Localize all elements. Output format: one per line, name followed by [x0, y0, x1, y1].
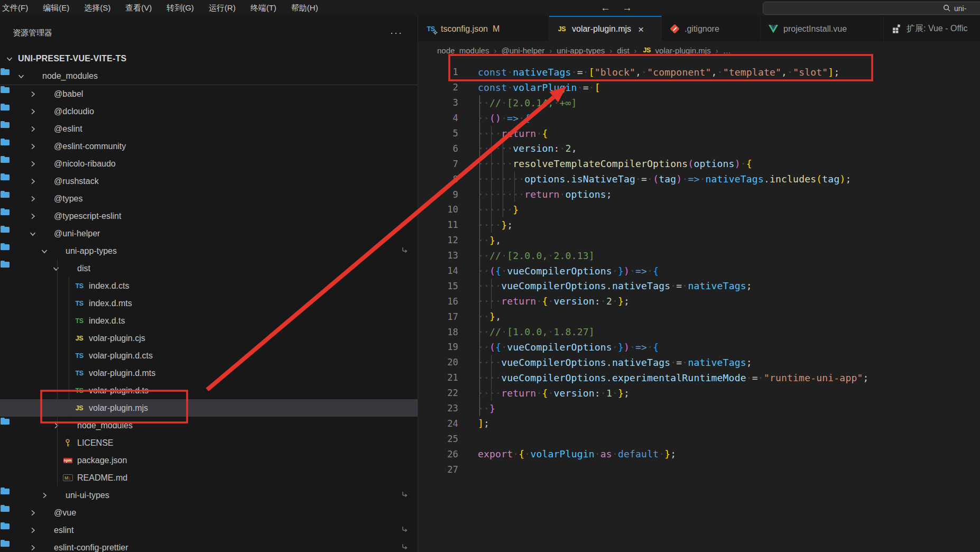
code-line-13[interactable]: 13··//·[2.0.0,·2.0.13] — [418, 248, 980, 263]
code-text: export·{·volarPlugin·as·default·}; — [478, 448, 676, 459]
tree-item-@dcloudio[interactable]: @dcloudio — [0, 103, 418, 120]
tab-tsconfig.json[interactable]: TStsconfig.jsonM — [418, 16, 549, 41]
menu-item-7[interactable]: 终端(T) — [243, 0, 284, 16]
tab-projectinstall.vue[interactable]: projectInstall.vue — [761, 16, 884, 41]
code-text: ····vueCompilerOptions.experimentalRunti… — [478, 372, 869, 383]
back-arrow-button[interactable]: ← — [600, 2, 611, 14]
line-number: 6 — [418, 143, 458, 154]
code-line-21[interactable]: 21····vueCompilerOptions.experimentalRun… — [418, 370, 980, 385]
code-line-26[interactable]: 26export·{·volarPlugin·as·default·}; — [418, 446, 980, 462]
tree-item-label: volar-plugin.mjs — [89, 403, 148, 413]
tree-item-index.d.ts[interactable]: TSindex.d.ts — [0, 312, 418, 329]
tree-item-volar-plugin.d.ts[interactable]: TSvolar-plugin.d.ts — [0, 382, 418, 399]
git-file-icon — [669, 24, 680, 34]
code-line-5[interactable]: 5····return·{ — [418, 126, 980, 141]
code-line-18[interactable]: 18··//·[1.0.0,·1.8.27] — [418, 324, 980, 339]
typescript-file-icon: TS — [74, 299, 85, 308]
tree-item-node-modules[interactable]: node_modules — [0, 67, 418, 85]
line-number: 25 — [418, 434, 458, 444]
line-number: 13 — [418, 250, 458, 261]
tree-item-license[interactable]: LICENSE — [0, 434, 418, 452]
line-number: 26 — [418, 449, 458, 459]
breadcrumb-item[interactable]: node_modules — [437, 46, 489, 55]
breadcrumb-item[interactable]: … — [723, 46, 731, 55]
tree-item-eslint[interactable]: eslint — [0, 521, 418, 539]
chevron-right-icon — [29, 107, 37, 116]
chevron-right-icon — [29, 509, 37, 517]
code-line-22[interactable]: 22····return·{·version:·1·}; — [418, 385, 980, 401]
tree-item-@types[interactable]: @types — [0, 190, 418, 207]
symlink-arrow-icon — [401, 246, 408, 256]
tree-item-uni-ui-types[interactable]: uni-ui-types — [0, 486, 418, 504]
breadcrumb-item[interactable]: @uni-helper — [501, 46, 544, 55]
tree-item-@typescript-eslint[interactable]: @typescript-eslint — [0, 207, 418, 225]
code-line-20[interactable]: 20····vueCompilerOptions.nativeTags·=·na… — [418, 355, 980, 370]
code-line-14[interactable]: 14··({·vueCompilerOptions·})·=>·{ — [418, 263, 980, 279]
menu-item-1[interactable]: 文件(F) — [0, 0, 35, 16]
line-number: 14 — [418, 265, 458, 276]
explorer-sidebar: 资源管理器 ··· UNI-PRESET-VUE-VITE-TSnode_mod… — [0, 16, 418, 552]
command-center-search[interactable]: uni- — [763, 2, 980, 15]
tree-item-volar-plugin.d.cts[interactable]: TSvolar-plugin.d.cts — [0, 347, 418, 364]
indent-guide — [491, 355, 492, 401]
forward-arrow-button[interactable]: → — [622, 2, 632, 14]
code-line-12[interactable]: 12··}, — [418, 233, 980, 248]
breadcrumb-item[interactable]: dist — [617, 46, 629, 55]
tree-item-uni-preset-vue-vite-ts[interactable]: UNI-PRESET-VUE-VITE-TS — [0, 50, 418, 67]
menu-item-8[interactable]: 帮助(H) — [284, 0, 326, 16]
tree-item-index.d.mts[interactable]: TSindex.d.mts — [0, 295, 418, 312]
code-line-1[interactable]: 1const·nativeTags·=·["block",·"component… — [418, 65, 980, 80]
tree-item-index.d.cts[interactable]: TSindex.d.cts — [0, 277, 418, 295]
folder-icon — [39, 177, 50, 186]
line-number: 19 — [418, 342, 458, 352]
tree-item-label: @dcloudio — [54, 107, 94, 116]
tree-item-@uni-helper[interactable]: @uni-helper — [0, 225, 418, 242]
code-line-27[interactable]: 27 — [418, 462, 980, 477]
tree-item-volar-plugin.mjs[interactable]: JSvolar-plugin.mjs — [0, 399, 418, 417]
tree-item-readme.md[interactable]: M↓README.md — [0, 469, 418, 486]
tab--vue-offic[interactable]: 扩展: Vue - Offic — [884, 16, 980, 41]
code-line-11[interactable]: 11····}; — [418, 217, 980, 233]
tree-item-@vue[interactable]: @vue — [0, 504, 418, 521]
tree-item-label: uni-ui-types — [66, 491, 109, 500]
line-number: 24 — [418, 418, 458, 429]
javascript-file-icon: JS — [642, 45, 652, 56]
tree-item-@eslint[interactable]: @eslint — [0, 120, 418, 137]
tab-.gitignore[interactable]: .gitignore — [662, 16, 761, 41]
menu-item-3[interactable]: 选择(S) — [77, 0, 118, 16]
code-line-23[interactable]: 23··} — [418, 401, 980, 416]
tree-item-dist[interactable]: dist — [0, 260, 418, 277]
tree-item-node-modules[interactable]: node_modules — [0, 417, 418, 434]
tab-volar-plugin.mjs[interactable]: JSvolar-plugin.mjs× — [549, 16, 662, 41]
code-line-2[interactable]: 2const·volarPlugin·=·[ — [418, 80, 980, 95]
folder-icon — [62, 264, 73, 273]
explorer-more-actions-button[interactable]: ··· — [390, 27, 403, 39]
tree-item-eslint-config-prettier[interactable]: eslint-config-prettier — [0, 539, 418, 552]
breadcrumb-item[interactable]: uni-app-types — [557, 46, 605, 55]
code-line-4[interactable]: 4··()·=>·{ — [418, 111, 980, 126]
code-line-19[interactable]: 19··({·vueCompilerOptions·})·=>·{ — [418, 339, 980, 355]
menu-item-6[interactable]: 运行(R) — [201, 0, 243, 16]
tree-item-@eslint-community[interactable]: @eslint-community — [0, 137, 418, 155]
code-line-25[interactable]: 25 — [418, 431, 980, 446]
menu-item-2[interactable]: 编辑(E) — [35, 0, 77, 16]
tree-item-volar-plugin.cjs[interactable]: JSvolar-plugin.cjs — [0, 329, 418, 347]
close-tab-icon[interactable]: × — [638, 24, 644, 34]
menu-item-5[interactable]: 转到(G) — [159, 0, 201, 16]
tree-item-volar-plugin.d.mts[interactable]: TSvolar-plugin.d.mts — [0, 364, 418, 382]
code-line-16[interactable]: 16····return·{·version:·2·}; — [418, 293, 980, 309]
menu-item-4[interactable]: 查看(V) — [118, 0, 159, 16]
breadcrumb[interactable]: node_modules›@uni-helper›uni-app-types›d… — [418, 41, 980, 59]
breadcrumb-item[interactable]: JSvolar-plugin.mjs — [642, 45, 711, 56]
code-line-24[interactable]: 24]; — [418, 416, 980, 431]
code-line-17[interactable]: 17··}, — [418, 309, 980, 324]
tree-item-@rushstack[interactable]: @rushstack — [0, 172, 418, 190]
code-editor[interactable]: 1const·nativeTags·=·["block",·"component… — [418, 59, 980, 552]
code-text: ··({·vueCompilerOptions·})·=>·{ — [478, 342, 659, 353]
code-line-15[interactable]: 15····vueCompilerOptions.nativeTags·=·na… — [418, 278, 980, 293]
tree-item-@nicolo-ribaudo[interactable]: @nicolo-ribaudo — [0, 155, 418, 172]
tree-item-package.json[interactable]: npmpackage.json — [0, 452, 418, 469]
code-line-3[interactable]: 3··//·[2.0.14,·+∞] — [418, 95, 980, 111]
tree-item-uni-app-types[interactable]: uni-app-types — [0, 242, 418, 260]
tree-item-@babel[interactable]: @babel — [0, 85, 418, 103]
